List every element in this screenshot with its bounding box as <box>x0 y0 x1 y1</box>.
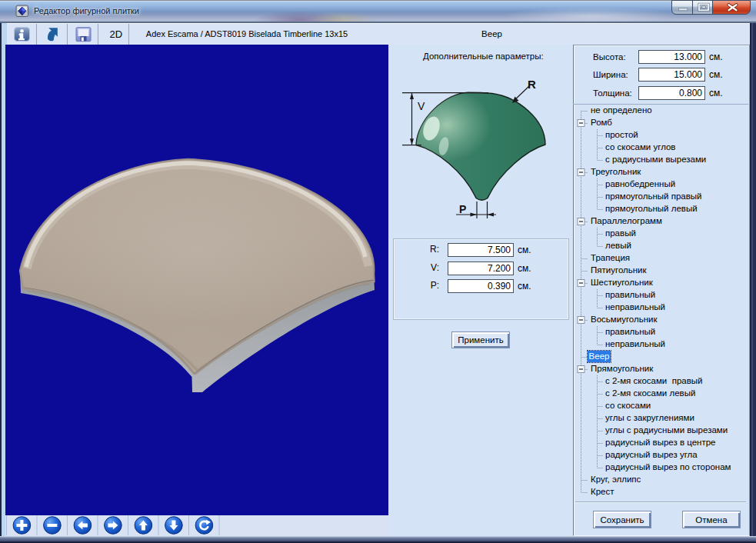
svg-text:P: P <box>459 203 466 215</box>
svg-text:R: R <box>528 78 536 91</box>
svg-text:2D: 2D <box>110 28 123 40</box>
svg-text:V: V <box>418 100 425 112</box>
